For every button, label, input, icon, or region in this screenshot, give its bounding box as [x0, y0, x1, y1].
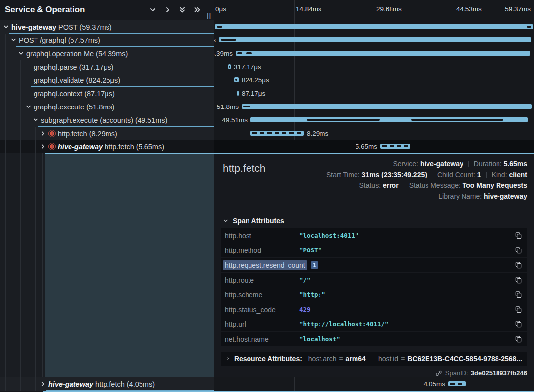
copy-icon[interactable]: [511, 306, 522, 313]
timeline-row[interactable]: 57.57ms: [214, 34, 534, 47]
attribute-key: http.request.resend_count: [223, 260, 307, 270]
timeline-row[interactable]: 51.8ms: [214, 100, 534, 113]
tree-row[interactable]: hive-gateway http.fetch (5.65ms): [0, 140, 214, 153]
meta-divider: [486, 172, 487, 178]
resource-attributes-header[interactable]: Resource Attributes: host.arch=arm64host…: [221, 352, 527, 366]
span-duration-bar[interactable]: [242, 104, 532, 109]
tree-row[interactable]: hive-gateway POST (59.37ms): [0, 20, 214, 34]
span-duration-bar[interactable]: [250, 117, 528, 122]
span-attributes-header[interactable]: Span Attributes: [223, 217, 284, 225]
expand-one-icon[interactable]: [160, 3, 175, 17]
chevron-down-icon[interactable]: [17, 50, 24, 57]
chevron-right-icon[interactable]: [39, 381, 46, 388]
attribute-row[interactable]: http.status_code429: [221, 302, 527, 317]
expand-all-icon[interactable]: [190, 3, 205, 17]
attribute-value: 429: [299, 306, 511, 313]
span-duration-bar[interactable]: [219, 37, 531, 42]
timeline-row[interactable]: 4.05ms: [214, 377, 534, 391]
span-detail-header: http.fetch Service: hive-gatewayDuration…: [214, 154, 534, 161]
collapse-one-icon[interactable]: [145, 3, 160, 17]
collapse-all-icon[interactable]: [175, 3, 190, 17]
timeline-row[interactable]: 8.29ms: [214, 127, 534, 140]
child-span-marker: [217, 26, 222, 28]
span-meta-line: Service: hive-gatewayDuration: 5.65ms: [326, 158, 527, 169]
timeline-row[interactable]: 54.39ms: [214, 47, 534, 60]
tree-row[interactable]: graphql.validate (824.25μs): [0, 73, 214, 87]
indent-guide: [5, 73, 6, 87]
copy-icon[interactable]: [511, 232, 522, 239]
child-span-marker: [411, 119, 503, 121]
copy-icon[interactable]: [511, 291, 522, 298]
attribute-row[interactable]: http.route"/": [221, 273, 527, 287]
span-duration-bar[interactable]: [228, 64, 231, 69]
attribute-row[interactable]: net.host.name"localhost": [221, 332, 527, 346]
tree-row[interactable]: POST /graphql (57.57ms): [0, 34, 214, 47]
tree-row[interactable]: hive-gateway http.fetch (4.05ms): [0, 377, 214, 391]
span-duration-bar[interactable]: [237, 91, 239, 96]
span-name-label: hive-gateway POST (59.37ms): [11, 23, 112, 31]
copy-icon[interactable]: [511, 276, 522, 284]
child-span-marker: [527, 26, 531, 28]
span-duration-bar[interactable]: [250, 131, 304, 136]
chevron-down-icon[interactable]: [10, 37, 17, 44]
chevron-down-icon: [223, 218, 229, 224]
link-icon[interactable]: [435, 370, 442, 377]
indent-guide: [5, 127, 6, 140]
meta-label: Service:: [393, 160, 420, 168]
chevron-right-icon[interactable]: [39, 143, 46, 150]
timeline-row[interactable]: 5.65ms: [214, 140, 534, 153]
attribute-row[interactable]: http.url"http://localhost:4011/": [221, 317, 527, 331]
chevron-down-icon[interactable]: [25, 104, 32, 110]
span-duration-bar[interactable]: [234, 77, 239, 82]
child-span-marker: [307, 119, 380, 121]
span-duration-bar[interactable]: [380, 144, 410, 149]
attribute-key: net.host.name: [223, 335, 299, 343]
attribute-key: http.url: [223, 321, 299, 328]
span-duration-bar[interactable]: [448, 381, 466, 386]
chevron-right-icon[interactable]: [39, 130, 46, 137]
indent-guide: [13, 113, 13, 127]
attribute-row[interactable]: http.host"localhost:4011": [221, 228, 527, 243]
tree-row[interactable]: graphql.execute (51.8ms): [0, 100, 214, 113]
chevron-down-icon[interactable]: [32, 117, 39, 124]
span-name-label: http.fetch (8.29ms): [58, 130, 117, 138]
span-meta-line: Start Time: 31ms (23:35:49.225)Child Cou…: [326, 169, 527, 180]
tree-row[interactable]: subgraph.execute (accounts) (49.51ms): [0, 113, 214, 127]
copy-icon[interactable]: [511, 261, 522, 269]
tree-row[interactable]: http.fetch (8.29ms): [0, 127, 214, 140]
attribute-row[interactable]: http.method"POST": [221, 243, 527, 257]
timeline-row[interactable]: 317.17μs: [214, 60, 534, 73]
time-tick-label: 59.37ms: [505, 5, 531, 13]
tree-row[interactable]: graphql.operation Me (54.39ms): [0, 47, 214, 60]
span-duration-bar[interactable]: [215, 24, 533, 29]
timeline-row[interactable]: 87.17μs: [214, 87, 534, 100]
meta-value: client: [509, 171, 527, 178]
child-span-marker: [246, 52, 252, 54]
tree-row[interactable]: graphql.parse (317.17μs): [0, 60, 214, 73]
timeline-row[interactable]: 824.25μs: [214, 73, 534, 87]
indent-guide: [28, 377, 28, 391]
panel-resizer-handle[interactable]: ||: [207, 12, 211, 19]
attribute-row[interactable]: http.request.resend_count1: [221, 258, 527, 272]
timeline-row[interactable]: 49.51ms: [214, 113, 534, 127]
child-span-marker: [235, 79, 237, 81]
indent-guide: [42, 153, 43, 377]
chevron-right-icon: [226, 356, 230, 362]
duration-label: 317.17μs: [234, 60, 261, 73]
copy-icon[interactable]: [511, 321, 522, 328]
copy-icon[interactable]: [511, 335, 522, 343]
meta-label: Status:: [359, 181, 382, 189]
indent-guide: [20, 60, 21, 73]
meta-value: Too Many Requests: [463, 181, 527, 189]
timeline-row[interactable]: [214, 20, 534, 34]
indent-guide: [20, 127, 21, 140]
span-duration-bar[interactable]: [236, 51, 530, 56]
attribute-row[interactable]: http.scheme"http:": [221, 287, 527, 302]
indent-guide: [5, 60, 6, 73]
indent-guide: [28, 113, 28, 127]
child-span-marker: [221, 39, 236, 41]
panel-header: Service & Operation ||: [0, 0, 214, 20]
chevron-down-icon[interactable]: [2, 24, 9, 31]
tree-row[interactable]: graphql.context (87.17μs): [0, 87, 214, 100]
copy-icon[interactable]: [511, 247, 522, 254]
